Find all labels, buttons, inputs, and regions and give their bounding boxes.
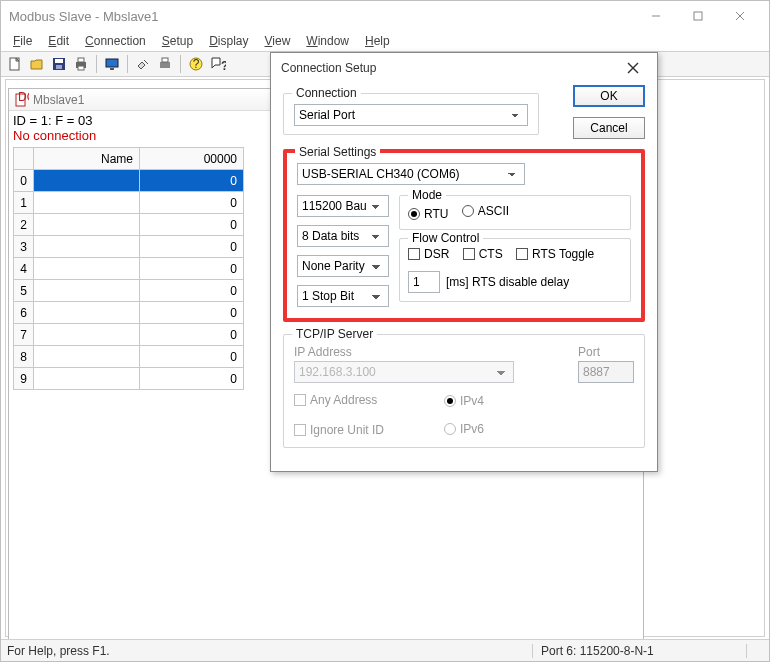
serial-settings-legend: Serial Settings xyxy=(295,145,380,159)
document-icon: DOC xyxy=(13,92,29,108)
col-header-name[interactable]: Name xyxy=(34,148,140,170)
cell-name[interactable] xyxy=(34,324,140,346)
table-row[interactable]: 10 xyxy=(14,192,244,214)
main-titlebar[interactable]: Modbus Slave - Mbslave1 xyxy=(1,1,769,31)
cell-value[interactable]: 0 xyxy=(140,302,244,324)
dialog-titlebar[interactable]: Connection Setup xyxy=(271,53,657,83)
flow-control-group: Flow Control DSR CTS RTS Toggle [ms] RTS… xyxy=(399,238,631,302)
help-icon[interactable]: ? xyxy=(186,54,206,74)
dialog-title: Connection Setup xyxy=(281,61,619,75)
menu-connection[interactable]: Connection xyxy=(77,32,154,50)
svg-rect-15 xyxy=(162,58,168,62)
cell-name[interactable] xyxy=(34,192,140,214)
close-button[interactable] xyxy=(719,2,761,30)
row-header[interactable]: 8 xyxy=(14,346,34,368)
baud-select[interactable]: 115200 Baud xyxy=(297,195,389,217)
register-table[interactable]: Name 00000 00102030405060708090 xyxy=(13,147,244,390)
mode-group: Mode RTU ASCII xyxy=(399,195,631,230)
cell-name[interactable] xyxy=(34,368,140,390)
new-icon[interactable] xyxy=(5,54,25,74)
print2-icon[interactable] xyxy=(155,54,175,74)
menu-view[interactable]: View xyxy=(257,32,299,50)
connection-type-select[interactable]: Serial Port xyxy=(294,104,528,126)
row-header[interactable]: 3 xyxy=(14,236,34,258)
svg-rect-11 xyxy=(106,59,118,67)
row-header[interactable]: 5 xyxy=(14,280,34,302)
row-header[interactable]: 0 xyxy=(14,170,34,192)
table-row[interactable]: 30 xyxy=(14,236,244,258)
save-icon[interactable] xyxy=(49,54,69,74)
menu-bar[interactable]: File Edit Connection Setup Display View … xyxy=(1,31,769,51)
cell-value[interactable]: 0 xyxy=(140,236,244,258)
row-header[interactable]: 9 xyxy=(14,368,34,390)
whatsthis-icon[interactable]: ? xyxy=(208,54,228,74)
checkbox-icon xyxy=(294,394,306,406)
menu-display[interactable]: Display xyxy=(201,32,256,50)
cell-value[interactable]: 0 xyxy=(140,214,244,236)
minimize-button[interactable] xyxy=(635,2,677,30)
cell-name[interactable] xyxy=(34,170,140,192)
svg-rect-6 xyxy=(55,59,63,63)
cell-value[interactable]: 0 xyxy=(140,280,244,302)
menu-setup[interactable]: Setup xyxy=(154,32,201,50)
open-icon[interactable] xyxy=(27,54,47,74)
menu-edit[interactable]: Edit xyxy=(40,32,77,50)
cell-value[interactable]: 0 xyxy=(140,170,244,192)
monitor-icon[interactable] xyxy=(102,54,122,74)
menu-help[interactable]: Help xyxy=(357,32,398,50)
cts-checkbox[interactable]: CTS xyxy=(463,247,503,261)
connect-icon[interactable] xyxy=(133,54,153,74)
status-bar: For Help, press F1. Port 6: 115200-8-N-1 xyxy=(1,639,769,661)
table-row[interactable]: 50 xyxy=(14,280,244,302)
print-icon[interactable] xyxy=(71,54,91,74)
menu-window[interactable]: Window xyxy=(298,32,357,50)
row-header[interactable]: 4 xyxy=(14,258,34,280)
tcpip-group: TCP/IP Server IP Address 192.168.3.100 P… xyxy=(283,334,645,448)
table-row[interactable]: 90 xyxy=(14,368,244,390)
rts-delay-input[interactable] xyxy=(408,271,440,293)
cell-name[interactable] xyxy=(34,280,140,302)
serial-settings-group: Serial Settings USB-SERIAL CH340 (COM6) … xyxy=(283,149,645,322)
cell-value[interactable]: 0 xyxy=(140,346,244,368)
row-header[interactable]: 2 xyxy=(14,214,34,236)
menu-file[interactable]: File xyxy=(5,32,40,50)
cell-name[interactable] xyxy=(34,236,140,258)
toolbar-separator xyxy=(96,55,97,73)
databits-select[interactable]: 8 Data bits xyxy=(297,225,389,247)
col-header-value[interactable]: 00000 xyxy=(140,148,244,170)
cell-value[interactable]: 0 xyxy=(140,324,244,346)
cell-value[interactable]: 0 xyxy=(140,368,244,390)
dsr-checkbox[interactable]: DSR xyxy=(408,247,449,261)
rts-toggle-checkbox[interactable]: RTS Toggle xyxy=(516,247,594,261)
table-row[interactable]: 00 xyxy=(14,170,244,192)
table-row[interactable]: 70 xyxy=(14,324,244,346)
cell-name[interactable] xyxy=(34,302,140,324)
row-header[interactable]: 7 xyxy=(14,324,34,346)
ignore-unit-checkbox: Ignore Unit ID xyxy=(294,423,384,437)
dialog-close-button[interactable] xyxy=(619,54,647,82)
table-row[interactable]: 40 xyxy=(14,258,244,280)
cell-name[interactable] xyxy=(34,346,140,368)
checkbox-icon xyxy=(408,248,420,260)
cell-name[interactable] xyxy=(34,214,140,236)
stopbits-select[interactable]: 1 Stop Bit xyxy=(297,285,389,307)
mode-ascii-radio[interactable]: ASCII xyxy=(462,204,509,218)
mode-rtu-radio[interactable]: RTU xyxy=(408,207,448,221)
parity-select[interactable]: None Parity xyxy=(297,255,389,277)
svg-text:?: ? xyxy=(193,57,200,71)
table-row[interactable]: 80 xyxy=(14,346,244,368)
status-port: Port 6: 115200-8-N-1 xyxy=(533,644,747,658)
cell-value[interactable]: 0 xyxy=(140,192,244,214)
ok-button[interactable]: OK xyxy=(573,85,645,107)
table-row[interactable]: 60 xyxy=(14,302,244,324)
cancel-button[interactable]: Cancel xyxy=(573,117,645,139)
row-header[interactable]: 1 xyxy=(14,192,34,214)
cell-value[interactable]: 0 xyxy=(140,258,244,280)
svg-rect-1 xyxy=(694,12,702,20)
cell-name[interactable] xyxy=(34,258,140,280)
radio-dot-icon xyxy=(408,208,420,220)
row-header[interactable]: 6 xyxy=(14,302,34,324)
table-row[interactable]: 20 xyxy=(14,214,244,236)
serial-port-select[interactable]: USB-SERIAL CH340 (COM6) xyxy=(297,163,525,185)
maximize-button[interactable] xyxy=(677,2,719,30)
